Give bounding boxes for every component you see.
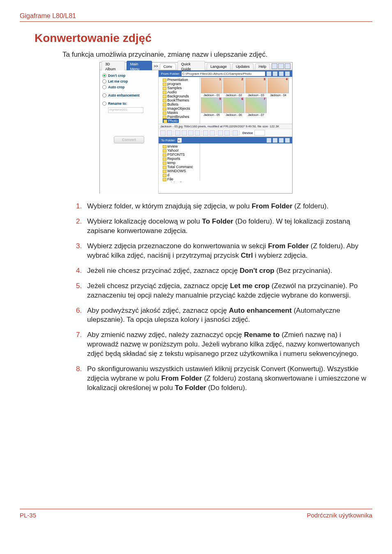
tree-item[interactable]: srview: [163, 144, 199, 148]
step-3: Wybierz zdjęcia przeznaczone do konwerto…: [84, 242, 372, 261]
tree-item[interactable]: ImageObjects: [163, 106, 199, 111]
step-4: Jeżeli nie chcesz przycinać zdjęć, zazna…: [84, 266, 372, 276]
thumbnail[interactable]: 6Jackson - 06: [223, 97, 244, 116]
thumbnail[interactable]: 2Jackson - 02: [223, 78, 244, 97]
refresh-icon[interactable]: [273, 72, 277, 76]
to-folder-tree[interactable]: srviewYahoo!PSFONTSReportstempTotal Comm…: [159, 143, 200, 182]
conv-tab[interactable]: Conv: [160, 63, 176, 69]
image-toolbar[interactable]: Device: [159, 129, 292, 137]
tree-item[interactable]: PSFONTS: [163, 152, 199, 157]
to-folder-empty-pane: [200, 143, 292, 180]
step-5: Jeżeli chcesz przyciąć zdjęcia, zaznacz …: [84, 282, 372, 300]
status-bar: Jackson - 03.jpg 768x1160 pixels, modifi…: [159, 124, 292, 129]
tool-icon[interactable]: [224, 130, 230, 136]
device-label: Device: [242, 131, 253, 135]
thumbnail[interactable]: 3Jackson - 03: [245, 78, 267, 97]
tree-item[interactable]: Samples: [163, 86, 199, 90]
footer-manual-label: Podrćcznik uýytkownika: [307, 512, 372, 519]
rename-to-option[interactable]: Rename to:: [102, 101, 156, 106]
updates-tab[interactable]: Updates: [232, 63, 254, 69]
tree-item[interactable]: File: [163, 177, 199, 181]
tool-icon[interactable]: [175, 130, 180, 136]
thumbnail[interactable]: 5Jackson - 05: [201, 97, 222, 116]
tree-item[interactable]: Photo: [163, 119, 199, 123]
device-select[interactable]: [254, 130, 265, 136]
dont-crop-option[interactable]: Don't crop: [102, 73, 156, 78]
tree-item[interactable]: Adobe Illustrato: [163, 181, 199, 182]
page-footer: PL-35 Podrćcznik uýytkownika: [20, 509, 372, 519]
to-folder-header: To Folder: e:: [159, 137, 292, 143]
close-icon[interactable]: [285, 63, 291, 69]
tree-item[interactable]: d: [163, 173, 199, 177]
sort-icon[interactable]: [285, 138, 290, 143]
step-2: Wybierz lokalizację docelową w polu To F…: [84, 217, 372, 236]
tree-item[interactable]: Presentation: [163, 78, 199, 82]
tree-item[interactable]: Yahoo!: [163, 148, 199, 152]
tool-icon[interactable]: [233, 130, 238, 136]
minimize-icon[interactable]: [272, 63, 277, 69]
tool-icon[interactable]: [203, 130, 208, 136]
thumbnails-pane[interactable]: 1Jackson - 012Jackson - 023Jackson - 034…: [200, 77, 292, 124]
tree-item[interactable]: Bullets: [163, 102, 199, 106]
app-screenshot: 3D Album Main Menu >> Conv Quick Guide L…: [99, 62, 293, 194]
page-header: Gigaframe L80/L81: [20, 12, 372, 22]
from-folder-label: From Folder:: [161, 72, 180, 76]
tool-icon[interactable]: [210, 130, 215, 136]
tool-icon[interactable]: [167, 130, 172, 136]
tool-icon[interactable]: [188, 130, 194, 136]
thumbnail[interactable]: 1Jackson - 01: [201, 78, 222, 97]
step-7: Aby zmienić nazwy zdjęć, należy zaznaczy…: [84, 330, 372, 359]
step-1: Wybierz folder, w którym znajdują się zd…: [84, 202, 372, 211]
tool-icon[interactable]: [182, 130, 187, 136]
let-me-crop-option[interactable]: Let me crop: [102, 78, 156, 84]
section-title: Konwertowanie zdjęć: [35, 32, 372, 45]
step-6: Aby podwyższyć jakość zdjęć, zaznacz opc…: [84, 306, 372, 325]
instruction-list: Wybierz folder, w którym znajdują się zd…: [72, 202, 372, 393]
tree-item[interactable]: WINDOWS: [163, 169, 199, 173]
from-folder-tree[interactable]: PresentationprogramSamplesAudioBackgroun…: [159, 77, 200, 124]
tree-item[interactable]: PaintBrushes: [163, 115, 199, 119]
browse-icon[interactable]: [267, 138, 271, 143]
step-8: Po skonfigurowaniu wszystkich ustawień k…: [84, 365, 372, 393]
help-tab[interactable]: Help: [255, 63, 270, 69]
tree-item[interactable]: Backgrounds: [163, 94, 199, 98]
rename-input[interactable]: myname001: [108, 107, 143, 113]
tree-item[interactable]: Reports: [163, 157, 199, 161]
maximize-icon[interactable]: [278, 63, 284, 69]
tree-item[interactable]: temp: [163, 161, 199, 165]
from-folder-path[interactable]: C:\Program Files\3D-Album-CC/Samples/Pho…: [182, 72, 265, 76]
menu-bar: 3D Album Main Menu >> Conv Quick Guide L…: [100, 62, 292, 70]
window-controls[interactable]: [272, 63, 291, 69]
options-panel: Don't crop Let me crop Auto crop Auto en…: [100, 70, 159, 194]
auto-enhancement-option[interactable]: Auto enhancement: [102, 92, 156, 98]
expand-icon[interactable]: >>: [154, 64, 158, 68]
tree-item[interactable]: Total Commanc: [163, 165, 199, 169]
tree-item[interactable]: program: [163, 82, 199, 86]
tree-item[interactable]: Masks: [163, 111, 199, 115]
tool-icon[interactable]: [195, 130, 200, 136]
tool-icon[interactable]: [218, 130, 223, 136]
convert-button[interactable]: Convert: [114, 136, 144, 143]
sort-icon[interactable]: [285, 72, 290, 76]
thumbnail[interactable]: 4Jackson - 04: [267, 78, 289, 97]
language-tab[interactable]: Language: [207, 63, 231, 69]
tool-icon[interactable]: [160, 130, 166, 136]
refresh-icon[interactable]: [273, 138, 277, 143]
browse-icon[interactable]: [267, 72, 271, 76]
intro-text: Ta funkcja umożliwia przycinanie, zmianę…: [62, 51, 372, 59]
footer-page-number: PL-35: [20, 512, 36, 519]
thumbnail[interactable]: 7Jackson - 07: [245, 97, 267, 116]
tree-item[interactable]: Audio: [163, 90, 199, 94]
auto-crop-option[interactable]: Auto crop: [102, 84, 156, 90]
view-icon[interactable]: [279, 72, 284, 76]
from-folder-header: From Folder: C:\Program Files\3D-Album-C…: [159, 70, 292, 77]
tree-item[interactable]: BookThemes: [163, 98, 199, 102]
view-icon[interactable]: [279, 138, 284, 143]
to-folder-path[interactable]: e:: [178, 138, 182, 143]
to-folder-label: To Folder:: [161, 138, 176, 142]
